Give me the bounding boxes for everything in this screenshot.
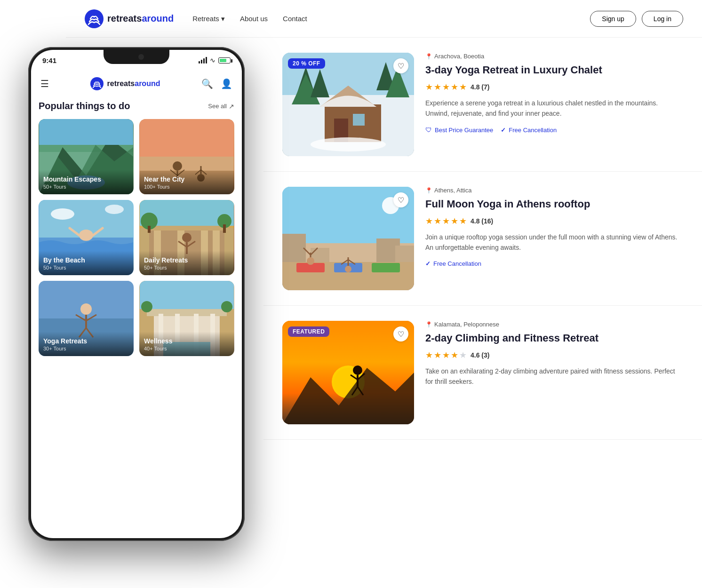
category-card[interactable]: Near the City 100+ Tours (139, 119, 234, 194)
status-icons: ∿ (199, 56, 231, 64)
logo-icon (85, 9, 104, 28)
svg-point-0 (85, 9, 104, 28)
svg-point-13 (311, 137, 386, 151)
favorite-button[interactable]: ♡ (393, 58, 408, 73)
star-icon: ★ (425, 82, 433, 92)
battery-fill (220, 59, 226, 62)
search-button[interactable]: 🔍 (201, 78, 213, 89)
listing-details: 📍 Athens, Attica Full Moon Yoga in Athen… (425, 187, 683, 267)
listing-description: Experience a serene yoga retreat in a lu… (425, 98, 683, 119)
listing-description: Join a unique rooftop yoga session under… (425, 232, 683, 253)
svg-rect-82 (148, 226, 151, 233)
category-grid: Mountain Escapes 50+ Tours (39, 119, 234, 356)
listing-tags: 🛡 Best Price Guarantee ✓ Free Cancellati… (425, 126, 683, 134)
section-header: Popular things to do See all ↗ (39, 101, 234, 111)
category-count: 100+ Tours (144, 184, 230, 190)
check-icon: ✓ (501, 127, 506, 134)
desktop-logo-text: retreatsaround (107, 13, 174, 24)
phone-notch (104, 50, 169, 64)
category-card[interactable]: By the Beach 50+ Tours (39, 200, 134, 275)
listing-location: 📍 Athens, Attica (425, 187, 683, 194)
app-logo-text: retreatsaround (107, 79, 160, 88)
listing-details: 📍 Arachova, Boeotia 3-day Yoga Retreat i… (425, 53, 683, 134)
category-count: 50+ Tours (144, 265, 230, 270)
star-icon: ★ (425, 216, 433, 226)
app-header: ☰ retreatsaround 🔍 👤 (31, 71, 242, 97)
category-count: 40+ Tours (144, 346, 230, 351)
svg-point-76 (182, 233, 191, 242)
category-count: 50+ Tours (43, 265, 129, 270)
category-info: By the Beach 50+ Tours (39, 251, 134, 275)
listing-image: 20 % OFF ♡ (282, 53, 414, 156)
battery-icon (218, 57, 231, 64)
svg-rect-101 (140, 281, 234, 309)
status-time: 9:41 (42, 56, 56, 64)
svg-point-63 (79, 230, 93, 241)
desktop-header: retreatsaround Retreats ▾ About us Conta… (66, 0, 702, 38)
phone-mockup: 9:41 ∿ ☰ (28, 47, 245, 541)
category-name: Near the City (144, 175, 230, 183)
svg-rect-51 (140, 119, 234, 157)
star-icon: ★ (434, 216, 441, 226)
phone-frame: 9:41 ∿ ☰ (28, 47, 245, 541)
phone-screen: 9:41 ∿ ☰ (31, 50, 242, 538)
shield-icon: 🛡 (425, 126, 432, 134)
profile-button[interactable]: 👤 (221, 78, 232, 89)
best-price-tag: 🛡 Best Price Guarantee (425, 126, 493, 134)
chevron-down-icon: ▾ (221, 15, 225, 23)
star-icon: ★ (425, 350, 433, 360)
svg-rect-11 (353, 114, 365, 126)
favorite-button[interactable]: ♡ (393, 326, 408, 342)
app-logo[interactable]: retreatsaround (90, 77, 160, 90)
signal-icon (199, 57, 207, 64)
login-button[interactable]: Log in (642, 11, 683, 27)
listing-card: FEATURED ♡ 📍 Kalamata, Peloponnese 2-day… (263, 306, 702, 440)
arrow-icon: ↗ (229, 103, 234, 110)
listing-card: 20 % OFF ♡ 📍 Arachova, Boeotia 3-day Yog… (263, 38, 702, 172)
category-card[interactable]: Yoga Retreats 30+ Tours (39, 281, 134, 356)
rating-value: 4.8 (16) (471, 217, 493, 225)
svg-point-67 (105, 205, 124, 214)
wifi-icon: ∿ (210, 56, 215, 64)
signup-button[interactable]: Sign up (590, 11, 636, 27)
listing-location: 📍 Kalamata, Peloponnese (425, 321, 683, 328)
nav-about[interactable]: About us (240, 15, 268, 23)
star-icon: ★ (442, 216, 450, 226)
favorite-button[interactable]: ♡ (393, 192, 408, 207)
category-name: Mountain Escapes (43, 175, 129, 183)
listing-title: 2-day Climbing and Fitness Retreat (425, 332, 683, 345)
svg-rect-23 (372, 263, 400, 272)
rating-value: 4.8 (7) (471, 83, 489, 91)
category-name: By the Beach (43, 256, 129, 264)
app-content: Popular things to do See all ↗ (31, 97, 242, 538)
svg-point-37 (353, 366, 362, 375)
category-info: Yoga Retreats 30+ Tours (39, 332, 134, 356)
star-icon: ★ (451, 82, 458, 92)
listing-title: 3-day Yoga Retreat in Luxury Chalet (425, 64, 683, 77)
category-name: Wellness (144, 337, 230, 345)
nav-contact[interactable]: Contact (283, 15, 307, 23)
category-card[interactable]: Mountain Escapes 50+ Tours (39, 119, 134, 194)
header-auth-buttons: Sign up Log in (590, 11, 683, 27)
see-all-button[interactable]: See all ↗ (208, 103, 234, 110)
section-title: Popular things to do (39, 101, 130, 111)
svg-point-43 (90, 77, 104, 90)
listing-description: Take on an exhilarating 2-day climbing a… (425, 366, 683, 387)
svg-rect-49 (39, 119, 133, 145)
star-icon: ★ (434, 350, 441, 360)
nav-retreats[interactable]: Retreats ▾ (192, 15, 225, 23)
location-pin-icon: 📍 (425, 187, 432, 194)
svg-point-102 (141, 301, 152, 312)
listing-title: Full Moon Yoga in Athens rooftop (425, 198, 683, 211)
category-card[interactable]: Daily Retreats 50+ Tours (139, 200, 234, 275)
star-icon: ★ (451, 216, 458, 226)
category-card[interactable]: Wellness 40+ Tours (139, 281, 234, 356)
svg-point-24 (307, 257, 314, 265)
star-icon: ★ (459, 82, 467, 92)
desktop-nav: Retreats ▾ About us Contact (192, 15, 590, 23)
category-info: Mountain Escapes 50+ Tours (39, 170, 134, 194)
listing-card: ♡ 📍 Athens, Attica Full Moon Yoga in Ath… (263, 172, 702, 306)
hamburger-menu-button[interactable]: ☰ (40, 78, 49, 89)
rating-stars: ★ ★ ★ ★ ★ 4.8 (7) (425, 82, 683, 92)
desktop-logo[interactable]: retreatsaround (85, 9, 174, 28)
